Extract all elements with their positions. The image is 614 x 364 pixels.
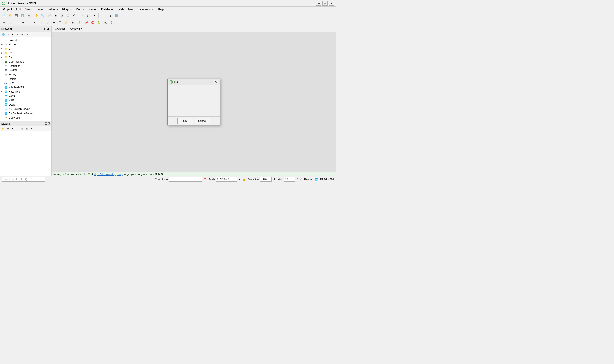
browser-info-button[interactable]: ℹ <box>25 32 29 37</box>
label-button[interactable]: T <box>120 13 126 18</box>
open-project-button[interactable]: 📂 <box>7 13 13 18</box>
browser-item-cdrive[interactable]: ▶ 📁 C:\ <box>0 46 51 51</box>
layers-expand-button[interactable]: ⊞ <box>20 126 25 131</box>
save-as-button[interactable]: 📋 <box>20 13 26 18</box>
browser-item-oracle[interactable]: ● Oracle <box>0 77 51 81</box>
locator-input[interactable] <box>2 177 45 182</box>
menu-raster[interactable]: Raster <box>87 7 99 12</box>
menu-mesh[interactable]: Mesh <box>126 7 137 12</box>
browser-collapse-icon[interactable]: ◫ <box>42 27 46 31</box>
help-button[interactable]: ❓ <box>109 20 114 26</box>
browser-item-home[interactable]: ▶ ⌂ Home <box>0 42 51 46</box>
layers-add-button[interactable]: ➕ <box>6 126 10 131</box>
zoom-out-button[interactable]: 🔎 <box>46 13 52 18</box>
advanced-digitize[interactable]: 📌 <box>84 20 89 26</box>
zoom-layer-button[interactable]: ⊡ <box>59 13 65 18</box>
simplify-button[interactable]: 〰 <box>26 20 32 26</box>
plugin-button[interactable]: 🔌 <box>102 20 108 26</box>
reshape-button[interactable]: ⌒ <box>57 20 63 26</box>
menu-edit[interactable]: Edit <box>14 7 23 12</box>
menu-settings[interactable]: Settings <box>46 7 60 12</box>
menu-help[interactable]: Help <box>156 7 166 12</box>
new-version-link[interactable]: https://download.qgis.org <box>94 173 123 176</box>
menu-processing[interactable]: Processing <box>138 7 155 12</box>
move-feature-button[interactable]: ↔ <box>14 20 19 26</box>
browser-item-mssql[interactable]: ▣ MSSQL <box>0 72 51 77</box>
add-part-button[interactable]: ⊕ <box>38 20 44 26</box>
browser-item-arcgismap[interactable]: 🌐 ArcGisMapServer <box>0 107 51 111</box>
zoom-selection-button[interactable]: ⊠ <box>65 13 71 18</box>
render-checkbox-icon[interactable]: ☑ <box>300 178 302 181</box>
browser-item-arcgisfeature[interactable]: 🌐 ArcGisFeatureServer <box>0 111 51 116</box>
magnifier-input[interactable] <box>260 177 271 182</box>
layers-collapse-icon[interactable]: ◫ <box>45 122 47 125</box>
split-button[interactable]: ⚡ <box>63 20 69 26</box>
layers-detach-icon[interactable]: ⊡ <box>48 122 50 125</box>
browser-item-favorites[interactable]: ★ Favorites <box>0 38 51 42</box>
deselect-button[interactable]: ✖ <box>92 13 97 18</box>
close-button[interactable]: ✕ <box>329 1 334 5</box>
calc-button[interactable]: 🔢 <box>114 13 119 18</box>
browser-filter-button[interactable]: ▼ <box>11 32 15 37</box>
python-button[interactable]: 🐍 <box>96 20 102 26</box>
print-button[interactable]: 🖨 <box>26 13 32 18</box>
layers-panel-controls[interactable]: ◫ ⊡ <box>45 122 50 125</box>
menu-web[interactable]: Web <box>116 7 126 12</box>
open-attribute-button[interactable]: ≡ <box>99 13 105 18</box>
scale-input[interactable] <box>216 177 237 182</box>
zoom-in-button[interactable]: 🔍 <box>40 13 46 18</box>
browser-item-ows[interactable]: 🌐 OWS <box>0 103 51 107</box>
coordinate-input[interactable] <box>169 177 202 182</box>
menu-plugins[interactable]: Plugins <box>60 7 73 12</box>
delete-part-button[interactable]: ⊗ <box>51 20 56 26</box>
node-tool[interactable]: ⬡ <box>7 20 13 26</box>
identify-button[interactable]: ℹ <box>79 13 85 18</box>
browser-item-db2[interactable]: DB2 DB2 <box>0 81 51 85</box>
browser-item-ddrive[interactable]: ▶ 📁 D:\ <box>0 51 51 55</box>
minimize-button[interactable]: — <box>316 1 321 5</box>
browser-refresh-button[interactable]: ↺ <box>6 32 10 37</box>
menu-vector[interactable]: Vector <box>74 7 86 12</box>
delete-ring-button[interactable]: ⊖ <box>45 20 50 26</box>
modal-cancel-button[interactable]: Cancel <box>195 118 210 124</box>
rotation-input[interactable] <box>284 177 295 182</box>
digitize-button[interactable]: ✏ <box>1 20 7 26</box>
browser-item-spatialite[interactable]: ✏ SpatiaLite <box>0 64 51 68</box>
menu-view[interactable]: View <box>24 7 34 12</box>
modal-ok-button[interactable]: OK <box>178 118 193 124</box>
layers-collapse-btn[interactable]: ⊟ <box>25 126 29 131</box>
merge-button[interactable]: ⊞ <box>70 20 75 26</box>
window-controls[interactable]: — □ ✕ <box>316 1 334 5</box>
layers-filter-btn2[interactable]: ▽ <box>15 126 20 131</box>
layers-remove-button[interactable]: ✖ <box>30 126 34 131</box>
select-button[interactable]: ⬚ <box>85 13 91 18</box>
browser-item-wcs[interactable]: 🌐 WCS <box>0 94 51 98</box>
browser-item-xyz[interactable]: ▶ 🌐 XYZ Tiles <box>0 90 51 94</box>
rotate-button[interactable]: ↻ <box>20 20 26 26</box>
pan-tool[interactable]: ✋ <box>34 13 40 18</box>
menu-database[interactable]: Database <box>99 7 115 12</box>
snapping-button[interactable]: 🧲 <box>90 20 96 26</box>
browser-item-geonode[interactable]: ✦ GeoNode <box>0 116 51 120</box>
browser-detach-icon[interactable]: ⊡ <box>46 27 50 31</box>
maximize-button[interactable]: □ <box>322 1 328 5</box>
add-ring-button[interactable]: ⊙ <box>32 20 38 26</box>
new-project-button[interactable]: 📄 <box>1 13 7 18</box>
modal-close-button[interactable]: ✕ <box>214 80 218 84</box>
toggle-edit-button[interactable]: 📝 <box>76 20 82 26</box>
browser-expand-button[interactable]: ⊞ <box>20 32 25 37</box>
browser-item-wms[interactable]: 🌐 WMS/WMTS <box>0 85 51 90</box>
browser-collapse-tree-button[interactable]: ⊟ <box>15 32 20 37</box>
stats-button[interactable]: Σ <box>108 13 113 18</box>
browser-item-fdrive[interactable]: ▶ 📁 F:\ <box>0 55 51 59</box>
menu-layer[interactable]: Layer <box>34 7 45 12</box>
menu-project[interactable]: Project <box>1 7 14 12</box>
refresh-button[interactable]: ↺ <box>71 13 77 18</box>
zoom-extent-button[interactable]: ⊞ <box>53 13 58 18</box>
layers-filter-button[interactable]: ▼ <box>11 126 15 131</box>
browser-item-wfs[interactable]: 🌐 WFS <box>0 98 51 103</box>
browser-add-button[interactable]: 🌐 <box>1 32 5 37</box>
browser-item-postgis[interactable]: 🐘 PostGIS <box>0 68 51 72</box>
scale-dropdown-icon[interactable]: ▼ <box>238 178 241 181</box>
browser-item-geopackage[interactable]: GeoPackage <box>0 59 51 64</box>
